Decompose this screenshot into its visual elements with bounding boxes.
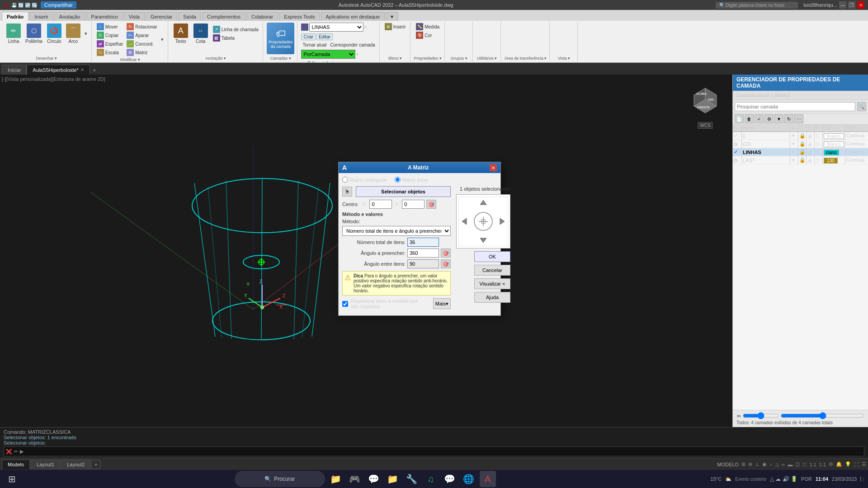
ortho-btn[interactable]: ⊥: [755, 461, 760, 467]
grid-btn[interactable]: ⊞: [741, 461, 745, 467]
layer-select[interactable]: LINHAS: [309, 23, 363, 32]
layer-edi-c[interactable]: 🔒: [798, 140, 807, 148]
angle-between-input[interactable]: [407, 259, 439, 268]
ribbon-btn-linha[interactable]: ✏ Linha: [5, 23, 23, 45]
model-space-btn[interactable]: MODELO: [717, 462, 739, 467]
layer-linhas-cor[interactable]: ciano: [823, 149, 845, 156]
ribbon-tab-inserir[interactable]: Inserir: [29, 12, 53, 21]
layer-linhas-p[interactable]: ◻: [815, 148, 823, 156]
add-layout-btn[interactable]: +: [91, 460, 100, 469]
matrix-close-btn[interactable]: ✕: [490, 164, 497, 171]
angle-fill-input[interactable]: [407, 249, 439, 258]
start-btn[interactable]: ⊞: [4, 471, 20, 487]
zoom-scale[interactable]: 1:1: [819, 462, 826, 467]
ribbon-btn-escala[interactable]: ⤡Escala: [95, 48, 124, 56]
ribbon-btn-copiar[interactable]: ⎘Copiar: [95, 31, 124, 39]
layer-row-linhas[interactable]: ✓ LINHAS ☀ 🔒 🖨 ◻ ciano Contínua: [733, 148, 868, 156]
layer-edi-p[interactable]: ◻: [815, 140, 823, 148]
bottom-tab-layout1[interactable]: Layout1: [31, 460, 60, 469]
new-layer-btn[interactable]: 📄: [735, 114, 744, 123]
ribbon-tab-padrao[interactable]: Padrão: [2, 12, 28, 21]
ribbon-btn-espelhar[interactable]: ⇌Espelhar: [95, 40, 124, 48]
lineweight-btn[interactable]: ▬: [788, 462, 793, 467]
center-pick-btn[interactable]: 🎯: [426, 200, 436, 209]
polar-btn[interactable]: ◉: [762, 461, 767, 467]
taskbar-file-mgr[interactable]: 📁: [328, 471, 344, 487]
layer-0-b[interactable]: 🖨: [807, 132, 815, 140]
btn-editar[interactable]: Editar: [316, 33, 333, 40]
ok-btn[interactable]: OK: [474, 251, 510, 262]
taskbar-autocad[interactable]: A: [480, 471, 496, 487]
btn-tornar-atual[interactable]: Tornar atual: [301, 42, 328, 48]
ribbon-btn-propriedades-camada[interactable]: 🏷 Propriedades da camada: [267, 23, 295, 54]
fullscreen-btn[interactable]: ⛶: [854, 462, 859, 467]
customization-btn[interactable]: ☰: [862, 461, 866, 467]
btn-corresponder-camada[interactable]: Corresponder camada: [329, 42, 377, 48]
props-search-input[interactable]: [735, 102, 855, 111]
method-select[interactable]: Número total de itens e ângulo a preench…: [342, 226, 451, 236]
ws-switch-btn[interactable]: ⚙: [829, 461, 833, 467]
taskbar-settings[interactable]: 🔧: [404, 471, 420, 487]
layer-scroll[interactable]: [743, 412, 779, 419]
minimize-btn[interactable]: —: [839, 1, 846, 9]
layer-row-edi[interactable]: ◇ EDI ☀ 🔒 🖨 ◻ branco Contínua: [733, 140, 868, 148]
matrix-dialog-title-bar[interactable]: A A Matriz ✕: [339, 162, 500, 173]
layer-last-c[interactable]: 🔒: [798, 156, 807, 164]
selection-btn[interactable]: ◻: [802, 461, 807, 467]
ribbon-btn-circulo[interactable]: ⭕ Círculo: [45, 23, 63, 45]
share-btn[interactable]: Compartilhar: [41, 1, 76, 9]
radio-polar-input[interactable]: [395, 177, 401, 183]
new-tab-btn[interactable]: +: [90, 66, 99, 75]
help-btn[interactable]: Ajuda: [474, 292, 510, 303]
isolate-btn[interactable]: 💡: [845, 461, 851, 467]
ribbon-tab-more[interactable]: ▾: [386, 12, 398, 21]
more-btn[interactable]: Mais ▾: [433, 298, 451, 309]
layer-0-a[interactable]: ☀: [790, 132, 798, 140]
angle-fill-pick-btn[interactable]: 🎯: [441, 249, 451, 258]
restore-btn[interactable]: ❐: [848, 1, 855, 9]
draw-expand-btn[interactable]: ▾: [83, 31, 89, 37]
taskbar-widgets[interactable]: 🎮: [347, 471, 363, 487]
taskbar-spotify[interactable]: ♫: [423, 471, 439, 487]
doc-tab-close[interactable]: ✕: [80, 67, 84, 72]
layer-0-p[interactable]: ◻: [815, 132, 823, 140]
snap-btn[interactable]: ⊕: [748, 461, 752, 467]
ribbon-btn-medida[interactable]: 📏Medida: [415, 23, 441, 31]
search-bar[interactable]: 🔍 Digite palavra-chave ou frase: [716, 2, 798, 9]
ribbon-btn-inserir-bloco[interactable]: ⊕Inserir: [383, 23, 407, 31]
center-x-input[interactable]: [369, 200, 392, 209]
3dosnap-btn[interactable]: △: [775, 461, 779, 467]
center-y-input[interactable]: [402, 200, 425, 209]
ribbon-btn-texto[interactable]: A Texto: [172, 23, 190, 45]
ribbon-tab-vista[interactable]: Vista: [124, 12, 145, 21]
ribbon-btn-tabela[interactable]: ▦Tabela: [212, 34, 260, 42]
ribbon-btn-arco[interactable]: ⌒ Arco: [64, 23, 82, 45]
taskbar-discord[interactable]: 💬: [442, 471, 458, 487]
close-btn[interactable]: ✕: [857, 1, 864, 9]
layer-0-c[interactable]: 🔒: [798, 132, 807, 140]
doc-tab-aula[interactable]: AulaS5Hiperboloide* ✕: [27, 65, 90, 75]
ribbon-btn-mover[interactable]: ↕Mover: [95, 23, 124, 31]
layer-settings-btn[interactable]: ⚙: [764, 114, 774, 123]
matrix-select-objects-icon[interactable]: 🖱: [342, 187, 352, 197]
radio-rectangular[interactable]: Matriz retangular: [342, 177, 387, 183]
ribbon-tab-parametrico[interactable]: Paramétrico: [86, 12, 123, 21]
ribbon-btn-polilinha[interactable]: ⬡ Polilinha: [24, 23, 44, 45]
bottom-tab-layout2[interactable]: Layout2: [61, 460, 90, 469]
layer-row-0[interactable]: ✓ 0 ☀ 🔒 🖨 ◻ branco Contínua: [733, 132, 868, 140]
ribbon-btn-linha-chamada[interactable]: ↗Linha de chamada: [212, 25, 260, 33]
layer-select-expand[interactable]: ▾: [364, 24, 367, 30]
doc-tab-iniciar[interactable]: Iniciar: [2, 65, 27, 75]
view-cube[interactable]: FRENTE ACIMA DIR. WCS: [687, 84, 723, 120]
color-select[interactable]: PorCamada: [301, 50, 355, 59]
layer-linhas-a[interactable]: ☀: [790, 148, 798, 156]
ribbon-tab-aplicativos[interactable]: Aplicativos em destaque: [321, 12, 385, 21]
ribbon-btn-matriz[interactable]: ⊞Matriz: [125, 48, 158, 56]
show-desktop-btn[interactable]: |: [860, 476, 864, 482]
ribbon-tab-colaborar[interactable]: Colaborar: [246, 12, 278, 21]
ribbon-tab-expresstools[interactable]: Express Tools: [279, 12, 320, 21]
osnap-btn[interactable]: ○: [769, 462, 773, 467]
angle-between-pick-btn[interactable]: 🎯: [441, 259, 451, 268]
layer-last-p[interactable]: ◻: [815, 156, 823, 164]
cancel-btn[interactable]: Cancelar: [474, 265, 510, 276]
